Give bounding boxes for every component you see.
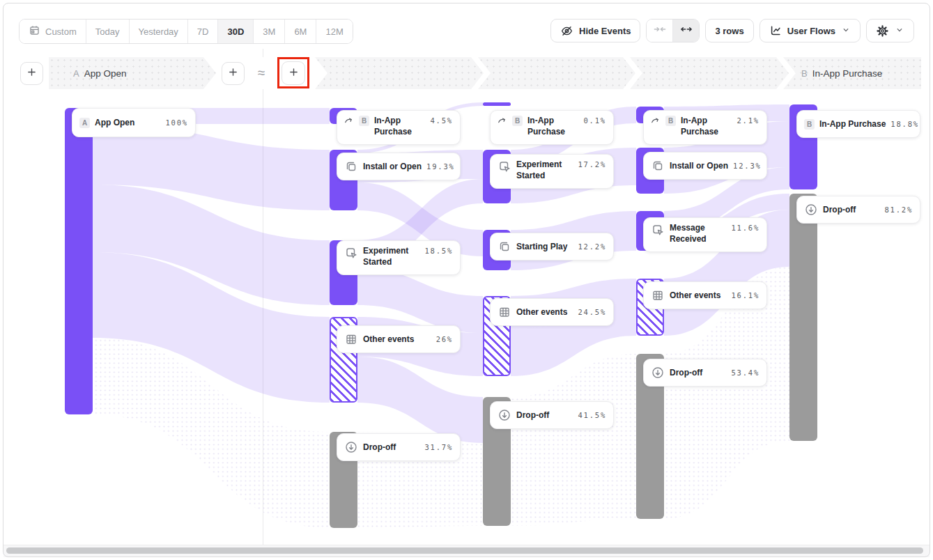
flow-node-card-install-or-open-step4[interactable]: Install or Open12.3%: [643, 152, 767, 180]
flow-node-card-drop-off-step2[interactable]: Drop-off31.7%: [337, 433, 461, 461]
date-range-label: Yesterday: [139, 26, 178, 37]
flow-node-card-experiment-started-step3[interactable]: Experiment Started17.2%: [490, 154, 614, 189]
node-percent: 17.2%: [578, 159, 606, 170]
node-label: Experiment Started: [516, 159, 569, 181]
event-badge: B: [359, 116, 369, 126]
trend-arrow-icon: [344, 116, 354, 125]
collapsed-steps-indicator[interactable]: ≈: [251, 57, 272, 89]
node-label: In-App Purchase: [681, 115, 732, 137]
node-label: Drop-off: [823, 204, 879, 215]
date-range-12m[interactable]: 12M: [316, 20, 352, 43]
date-range-yesterday[interactable]: Yesterday: [130, 20, 188, 43]
rows-label: 3 rows: [715, 26, 743, 36]
date-range-label: 3M: [263, 26, 275, 37]
toolbar: CustomTodayYesterday7D30D3M6M12M Hide Ev…: [19, 19, 914, 42]
date-range-3m[interactable]: 3M: [254, 20, 285, 43]
node-label: Drop-off: [516, 410, 573, 421]
flow-node-card-app-open-step1[interactable]: AApp Open100%: [72, 108, 196, 137]
node-percent: 12.3%: [733, 160, 762, 171]
drop-off-icon: [344, 440, 358, 454]
date-range-custom[interactable]: Custom: [20, 20, 86, 43]
flow-node-card-other-events-step3[interactable]: Other events24.5%: [490, 298, 614, 326]
node-label: Other events: [363, 334, 431, 345]
settings-dropdown[interactable]: [866, 19, 914, 42]
highlight-box: [277, 57, 309, 88]
node-percent: 18.8%: [890, 118, 919, 130]
node-label: Other events: [670, 290, 726, 301]
date-range-6m[interactable]: 6M: [285, 20, 316, 43]
event-badge: B: [804, 119, 815, 130]
node-percent: 24.5%: [578, 306, 606, 318]
add-step-start-button[interactable]: [20, 62, 43, 85]
trend-arrow-icon: [651, 116, 661, 125]
collapse-columns-button[interactable]: [647, 20, 672, 42]
node-percent: 19.3%: [426, 161, 455, 172]
node-label: Message Received: [670, 222, 723, 244]
node-percent: 4.5%: [431, 115, 454, 126]
node-percent: 18.5%: [424, 245, 453, 256]
gear-icon: [876, 24, 889, 38]
date-range-30d[interactable]: 30D: [218, 20, 254, 43]
node-percent: 81.2%: [884, 204, 913, 215]
node-label: Install or Open: [670, 160, 728, 171]
cursor-click-icon: [498, 160, 511, 173]
flow-node-bar-app-open-step1[interactable]: [65, 108, 93, 414]
drop-off-icon: [498, 408, 511, 422]
flow-node-card-starting-play-step3[interactable]: Starting Play12.2%: [490, 233, 614, 260]
hide-events-button[interactable]: Hide Events: [550, 19, 640, 42]
date-range-label: 12M: [325, 26, 343, 37]
flow-node-card-install-or-open-step2[interactable]: Install or Open19.3%: [337, 153, 461, 180]
squares-icon: [344, 160, 358, 173]
step-header-end[interactable]: B In-App Purchase: [801, 57, 882, 89]
date-range-control: CustomTodayYesterday7D30D3M6M12M: [19, 19, 353, 44]
plus-icon: [26, 66, 38, 81]
date-range-today[interactable]: Today: [86, 20, 130, 43]
node-percent: 41.5%: [578, 410, 606, 421]
node-percent: 11.6%: [731, 222, 759, 233]
horizontal-scrollbar-thumb[interactable]: [6, 547, 923, 554]
flow-node-card-in-app-purchase-step5[interactable]: BIn-App Purchase18.8%: [796, 110, 920, 138]
event-badge: A: [79, 118, 90, 128]
user-flows-chart-icon: [769, 24, 782, 37]
date-range-label: 30D: [227, 26, 244, 37]
user-flows-app: CustomTodayYesterday7D30D3M6M12M Hide Ev…: [0, 0, 933, 560]
step-start-badge: A: [73, 68, 79, 79]
grid-icon: [651, 288, 665, 302]
chart-type-dropdown[interactable]: User Flows: [759, 19, 861, 42]
step-start-label: App Open: [84, 68, 127, 79]
flow-node-card-other-events-step4[interactable]: Other events16.1%: [643, 281, 767, 309]
rows-button[interactable]: 3 rows: [705, 19, 753, 42]
flow-node-card-in-app-purchase-step4[interactable]: BIn-App Purchase2.1%: [643, 110, 767, 145]
step-end-badge: B: [801, 68, 808, 79]
date-range-label: Today: [95, 26, 120, 37]
flow-node-card-in-app-purchase-step3[interactable]: BIn-App Purchase0.1%: [490, 110, 614, 145]
node-percent: 12.2%: [578, 241, 606, 252]
node-percent: 0.1%: [584, 115, 607, 126]
flow-node-bar-in-app-purchase-step3[interactable]: [483, 102, 511, 106]
date-range-label: 7D: [197, 26, 209, 37]
flow-node-bar-drop-off-step5[interactable]: [789, 194, 817, 441]
node-label: In-App Purchase: [527, 115, 579, 137]
flow-node-card-message-received-step4[interactable]: Message Received11.6%: [643, 217, 767, 252]
flow-node-card-drop-off-step3[interactable]: Drop-off41.5%: [490, 401, 614, 429]
event-badge: B: [665, 116, 676, 126]
flow-node-card-drop-off-step4[interactable]: Drop-off53.4%: [643, 359, 767, 387]
drop-off-icon: [651, 366, 665, 380]
flow-node-card-in-app-purchase-step2[interactable]: BIn-App Purchase4.5%: [337, 110, 461, 145]
add-step-middle-button[interactable]: [222, 62, 245, 85]
arrows-out-icon: [680, 23, 693, 38]
node-label: Other events: [516, 306, 573, 318]
flow-node-card-drop-off-step5[interactable]: Drop-off81.2%: [796, 196, 920, 224]
date-range-7d[interactable]: 7D: [188, 20, 219, 43]
step-end-label: In-App Purchase: [812, 68, 883, 79]
step-header-start[interactable]: A App Open: [49, 57, 216, 89]
cursor-click-icon: [651, 223, 665, 237]
expand-columns-button[interactable]: [672, 20, 699, 42]
flow-node-card-experiment-started-step2[interactable]: Experiment Started18.5%: [337, 240, 461, 275]
flow-node-card-other-events-step2[interactable]: Other events26%: [337, 325, 461, 353]
date-range-label: Custom: [45, 26, 77, 37]
grid-icon: [344, 332, 358, 346]
node-label: App Open: [95, 117, 161, 128]
drop-off-icon: [804, 203, 818, 217]
node-label: Starting Play: [516, 241, 573, 252]
